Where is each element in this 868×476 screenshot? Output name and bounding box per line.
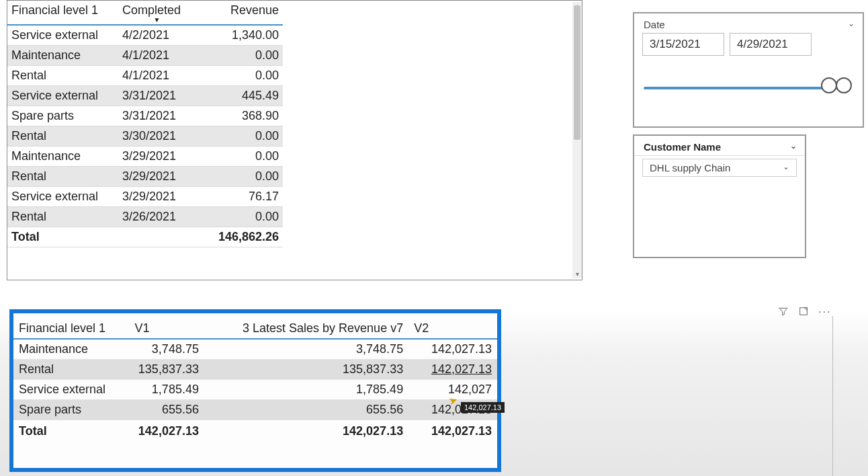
cell-name: Maintenance [7,46,118,66]
table-row[interactable]: Rental 135,837.33 135,837.33 142,027.13 [13,360,497,380]
date-slicer-title: Date [644,19,665,30]
cell-v2: 142,027.13 [408,339,497,360]
cell-revenue: 76.17 [196,187,283,207]
cell-v1: 135,837.33 [129,360,204,380]
cell-revenue: 0.00 [196,167,283,187]
table-header-row: Financial level 1 V1 3 Latest Sales by R… [13,317,497,339]
cell-date: 3/29/2021 [118,147,196,167]
cell-date: 4/1/2021 [118,66,196,86]
cell-date: 3/26/2021 [118,207,196,227]
chevron-down-icon[interactable]: ⌄ [790,141,797,153]
table-row[interactable]: Rental 3/26/2021 0.00 [7,207,283,227]
summary-table-visual[interactable]: Financial level 1 V1 3 Latest Sales by R… [9,309,501,472]
col-header-v2[interactable]: V2 [408,317,497,339]
date-to-input[interactable]: 4/29/2021 [730,33,812,56]
table-total-row: Total 142,027.13 142,027.13 142,027.13 [13,420,497,443]
slider-handle-left[interactable] [821,77,837,93]
total-latest: 142,027.13 [204,420,408,443]
more-options-icon[interactable]: ··· [818,306,831,319]
cell-name: Rental [13,360,129,380]
table-row[interactable]: Maintenance 3/29/2021 0.00 [7,147,283,167]
cell-name: Rental [7,66,118,86]
cell-name: Rental [7,207,118,227]
vertical-scrollbar[interactable]: ▴ ▾ [572,2,582,278]
table-row[interactable]: Spare parts 3/31/2021 368.90 [7,106,283,126]
table-row[interactable]: Maintenance 3,748.75 3,748.75 142,027.13 [13,339,497,360]
total-label: Total [13,420,129,443]
col-header-financial-level[interactable]: Financial level 1 [13,317,129,339]
cell-date: 3/31/2021 [118,106,196,126]
date-slider-handles[interactable] [825,77,852,96]
date-slider-track[interactable] [644,87,849,89]
cell-date: 3/31/2021 [118,86,196,106]
col-header-financial-level[interactable]: Financial level 1 [7,1,118,25]
cell-v1: 3,748.75 [129,339,204,360]
chevron-down-icon: ⌄ [783,162,789,173]
filter-icon[interactable] [778,306,789,319]
col-header-completed-label: Completed [122,3,181,17]
table-row[interactable]: Rental 4/1/2021 0.00 [7,66,283,86]
cell-name: Service external [7,86,118,106]
date-slicer[interactable]: Date ⌄ 3/15/2021 4/29/2021 [633,12,864,128]
revenue-detail-table-visual[interactable]: Financial level 1 Completed ▼ Revenue Se… [7,0,582,280]
cell-revenue: 0.00 [196,46,283,66]
cell-v2-hovered[interactable]: 142,027.13 [408,360,497,380]
table-row[interactable]: Spare parts 655.56 655.56 142,027.13 [13,400,497,420]
cell-revenue: 0.00 [196,207,283,227]
scroll-down-icon[interactable]: ▾ [572,270,582,278]
total-v2: 142,027.13 [408,420,497,443]
cell-name: Spare parts [7,106,118,126]
cell-v2: 142,027 [408,380,497,400]
cell-date: 3/29/2021 [118,187,196,207]
chevron-down-icon[interactable]: ⌄ [848,19,855,30]
svg-rect-0 [800,308,808,315]
date-from-input[interactable]: 3/15/2021 [642,33,724,56]
table-row[interactable]: Service external 1,785.49 1,785.49 142,0… [13,380,497,400]
table-row[interactable]: Service external 3/31/2021 445.49 [7,86,283,106]
total-label: Total [7,227,118,247]
total-v1: 142,027.13 [129,420,204,443]
col-header-completed[interactable]: Completed ▼ [118,1,196,25]
cell-latest: 135,837.33 [204,360,408,380]
cell-name: Service external [7,25,118,46]
cell-revenue: 0.00 [196,66,283,86]
table-row[interactable]: Maintenance 4/1/2021 0.00 [7,46,283,66]
customer-selected-value: DHL supply Chain [650,162,730,173]
visual-border [832,316,833,476]
sort-desc-icon: ▼ [122,17,191,23]
customer-name-slicer[interactable]: Customer Name ⌄ DHL supply Chain ⌄ [633,134,806,258]
focus-mode-icon[interactable] [798,306,809,319]
table-row[interactable]: Rental 3/30/2021 0.00 [7,126,283,147]
table-row[interactable]: Rental 3/29/2021 0.00 [7,167,283,187]
cell-name: Service external [7,187,118,207]
cell-name: Spare parts [13,400,129,420]
cell-name: Rental [7,167,118,187]
table-row[interactable]: Service external 4/2/2021 1,340.00 [7,25,283,46]
cell-revenue: 445.49 [196,86,283,106]
cell-date: 4/2/2021 [118,25,196,46]
customer-dropdown[interactable]: DHL supply Chain ⌄ [642,159,797,177]
cell-revenue: 1,340.00 [196,25,283,46]
cell-date: 3/30/2021 [118,126,196,147]
cell-latest: 1,785.49 [204,380,408,400]
revenue-detail-table: Financial level 1 Completed ▼ Revenue Se… [7,1,283,247]
customer-slicer-title: Customer Name [644,141,721,153]
cell-date: 3/29/2021 [118,167,196,187]
total-value: 146,862.26 [196,227,283,247]
col-header-latest-sales[interactable]: 3 Latest Sales by Revenue v7 [204,317,408,339]
cell-tooltip: 142,027.13 [461,402,505,413]
slider-handle-right[interactable] [836,77,852,93]
cell-name: Service external [13,380,129,400]
table-header-row: Financial level 1 Completed ▼ Revenue [7,1,283,25]
summary-table: Financial level 1 V1 3 Latest Sales by R… [13,317,497,442]
cell-latest: 655.56 [204,400,408,420]
cell-name: Rental [7,126,118,147]
cell-latest: 3,748.75 [204,339,408,360]
visual-header-icons: ··· [778,306,831,319]
cell-v1: 655.56 [129,400,204,420]
table-row[interactable]: Service external 3/29/2021 76.17 [7,187,283,207]
col-header-v1[interactable]: V1 [129,317,204,339]
cell-revenue: 368.90 [196,106,283,126]
scroll-thumb[interactable] [574,5,580,140]
col-header-revenue[interactable]: Revenue [196,1,283,25]
